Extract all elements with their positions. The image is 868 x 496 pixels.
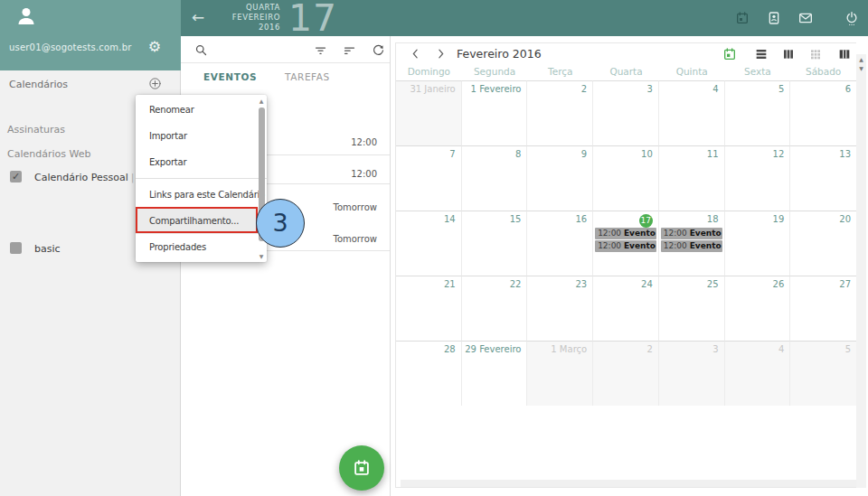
day-cell-2[interactable]: 2 xyxy=(593,341,659,406)
multiweek-view-icon[interactable] xyxy=(837,47,852,61)
personal-calendar-checkbox[interactable]: ✓ xyxy=(10,171,22,182)
scroll-down-icon[interactable]: ▼ xyxy=(258,253,265,259)
day-cell-27[interactable]: 27 xyxy=(790,276,856,341)
day-cell-26[interactable]: 26 xyxy=(725,276,791,341)
day-cell-4[interactable]: 4 xyxy=(725,341,791,406)
weekday-name-quarta: Quarta xyxy=(593,66,659,80)
previous-month-chevron-icon[interactable] xyxy=(410,48,421,60)
day-cell-1-fevereiro[interactable]: 1 Fevereiro xyxy=(462,80,528,145)
day-cell-8[interactable]: 8 xyxy=(462,145,528,211)
sort-icon[interactable] xyxy=(343,43,356,57)
event-list-item-time[interactable]: 12:00 xyxy=(351,137,377,150)
event-chip-evento-4[interactable]: 12:00 Evento 4 xyxy=(661,228,722,239)
scroll-up-icon[interactable]: ▲ xyxy=(856,56,866,62)
date-label: 24 xyxy=(593,276,658,293)
menu-item-links-para-este-calend-rio[interactable]: Links para este Calendário xyxy=(136,182,267,208)
day-cell-7[interactable]: 7 xyxy=(396,145,462,211)
day-cell-4[interactable]: 4 xyxy=(659,80,725,145)
day-cell-16[interactable]: 16 xyxy=(527,211,593,276)
day-cell-13[interactable]: 13 xyxy=(790,145,856,211)
day-cell-24[interactable]: 24 xyxy=(593,276,659,341)
add-calendar-button[interactable] xyxy=(148,77,162,90)
day-cell-5[interactable]: 5 xyxy=(790,341,856,406)
back-arrow-icon[interactable]: ← xyxy=(192,8,204,26)
scroll-down-icon[interactable]: ▼ xyxy=(856,65,866,71)
event-list-item-time[interactable]: 12:00 xyxy=(351,169,377,182)
menu-item-propriedades[interactable]: Propriedades xyxy=(136,234,267,260)
week-view-icon[interactable] xyxy=(781,47,796,61)
search-icon[interactable] xyxy=(194,43,208,57)
search-bar[interactable] xyxy=(181,36,390,63)
day-cell-29-fevereiro[interactable]: 29 Fevereiro xyxy=(462,341,528,406)
menu-item-exportar[interactable]: Exportar xyxy=(136,149,267,175)
day-cell-12[interactable]: 12 xyxy=(725,145,791,211)
logout-power-icon[interactable] xyxy=(844,11,859,25)
month-view-icon[interactable] xyxy=(808,47,823,61)
date-label: 22 xyxy=(462,276,527,293)
menu-item-importar[interactable]: Importar xyxy=(136,123,267,149)
day-cell-14[interactable]: 14 xyxy=(396,211,462,276)
new-event-fab-button[interactable] xyxy=(339,445,384,491)
day-cell-20[interactable]: 20 xyxy=(790,211,856,276)
current-month: FEVEREIRO xyxy=(213,13,280,23)
current-year: 2016 xyxy=(213,23,280,33)
tab-events[interactable]: EVENTOS xyxy=(203,71,257,82)
menu-item-renomear[interactable]: Renomear xyxy=(136,97,267,123)
mail-module-icon[interactable] xyxy=(798,11,813,25)
next-month-chevron-icon[interactable] xyxy=(435,48,447,60)
day-cell-17[interactable]: 1712:00 Evento 112:00 Evento 2 xyxy=(593,211,659,276)
basic-calendar-checkbox[interactable] xyxy=(10,242,22,254)
day-cell-15[interactable]: 15 xyxy=(462,211,528,276)
user-avatar-icon xyxy=(15,5,37,27)
day-cell-10[interactable]: 10 xyxy=(593,145,659,211)
day-cell-28[interactable]: 28 xyxy=(396,341,462,406)
refresh-icon[interactable] xyxy=(372,43,385,57)
filter-icon[interactable] xyxy=(314,43,327,57)
event-list-item-time[interactable]: Tomorrow xyxy=(333,202,377,215)
month-grid: 31 Janeiro1 Fevereiro2345678910111213141… xyxy=(396,80,856,406)
event-chip-evento-1[interactable]: 12:00 Evento 1 xyxy=(595,228,656,239)
date-label: 31 Janeiro xyxy=(396,81,461,98)
day-cell-23[interactable]: 23 xyxy=(527,276,593,341)
date-label: 9 xyxy=(527,146,592,163)
date-label: 4 xyxy=(725,342,790,358)
day-cell-5[interactable]: 5 xyxy=(725,80,791,145)
settings-gear-icon[interactable]: ⚙ xyxy=(148,38,161,55)
day-cell-19[interactable]: 19 xyxy=(725,211,791,276)
date-label: 3 xyxy=(659,342,724,358)
calendars-section-header: Calendários xyxy=(9,79,68,90)
day-cell-9[interactable]: 9 xyxy=(527,145,593,211)
day-cell-3[interactable]: 3 xyxy=(659,341,725,406)
day-view-icon[interactable] xyxy=(754,47,769,61)
menu-item-compartilhamento[interactable]: Compartilhamento... xyxy=(136,208,267,234)
event-chip-evento-3[interactable]: 12:00 Evento 3 xyxy=(661,240,722,252)
day-cell-6[interactable]: 6 xyxy=(790,80,856,145)
event-title: Evento 3 xyxy=(690,241,722,250)
calendar-module-icon[interactable] xyxy=(735,11,750,25)
event-chip-evento-2[interactable]: 12:00 Evento 2 xyxy=(595,240,656,252)
day-cell-21[interactable]: 21 xyxy=(396,276,462,341)
event-title: Evento 2 xyxy=(624,241,656,250)
date-label: 18 xyxy=(659,211,724,228)
day-cell-25[interactable]: 25 xyxy=(659,276,725,341)
day-cell-1-mar-o[interactable]: 1 Março xyxy=(527,341,593,406)
day-cell-18[interactable]: 1812:00 Evento 412:00 Evento 3 xyxy=(659,211,725,276)
date-label: 1 Março xyxy=(527,342,592,358)
today-button-icon[interactable] xyxy=(722,47,737,61)
calendar-scrollbar[interactable]: ▲ ▼ xyxy=(856,54,866,488)
scroll-up-icon[interactable]: ▲ xyxy=(258,98,265,104)
day-cell-31-janeiro[interactable]: 31 Janeiro xyxy=(396,80,462,145)
current-date-block: QUARTA FEVEREIRO 2016 xyxy=(213,3,280,33)
weekday-name-sexta: Sexta xyxy=(725,66,791,80)
tab-tasks[interactable]: TAREFAS xyxy=(285,71,330,82)
date-label: 1 Fevereiro xyxy=(462,81,527,98)
date-label: 15 xyxy=(462,211,527,228)
day-cell-2[interactable]: 2 xyxy=(527,80,593,145)
day-cell-11[interactable]: 11 xyxy=(659,145,725,211)
today-badge: 17 xyxy=(639,214,653,228)
day-cell-3[interactable]: 3 xyxy=(593,80,659,145)
event-list-item-time[interactable]: Tomorrow xyxy=(333,234,377,247)
date-label: 13 xyxy=(790,146,856,163)
day-cell-22[interactable]: 22 xyxy=(462,276,528,341)
contacts-module-icon[interactable] xyxy=(767,11,781,25)
